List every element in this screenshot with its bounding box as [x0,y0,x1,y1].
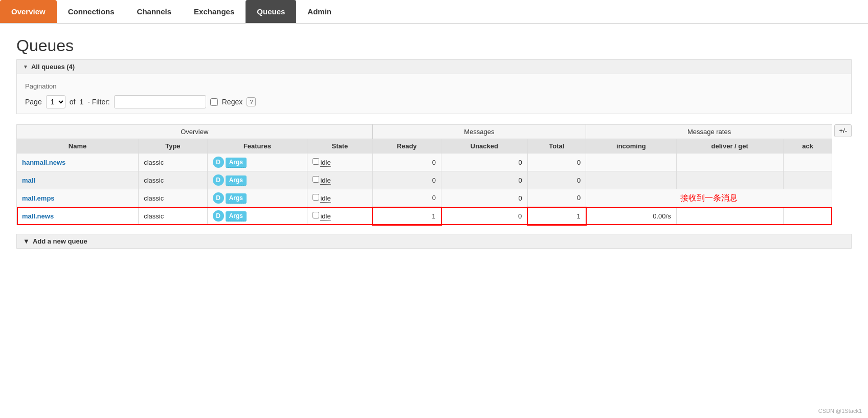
cell-deliver-get [676,153,783,171]
of-text: of [70,98,76,106]
col-state: State [307,139,372,153]
durable-badge: D [213,192,224,204]
args-badge[interactable]: Args [226,211,247,222]
cell-type: classic [139,153,208,171]
args-badge[interactable]: Args [226,193,247,204]
table-row[interactable]: mall.newsclassicDArgsidle1010.00/s [17,207,832,225]
group-header-messages: Messages [372,125,586,139]
cell-features: DArgs [207,171,307,189]
regex-help-badge[interactable]: ? [247,97,256,106]
nav-item-exchanges[interactable]: Exchanges [183,0,246,23]
add-queue-section: ▼ Add a new queue [16,234,852,249]
table-row[interactable]: mall.empsclassicDArgsidle000接收到一条消息 [17,189,832,207]
cell-total: 1 [527,207,586,225]
state-checkbox[interactable] [313,194,319,201]
of-value: 1 [79,98,83,106]
cell-state: idle [307,153,372,171]
cell-unacked: 0 [441,207,528,225]
nav-item-admin[interactable]: Admin [296,0,343,23]
pagination-section: Pagination Page 1 of 1 - Filter: Regex ? [16,74,852,114]
cell-features: DArgs [207,189,307,207]
durable-badge: D [213,174,224,186]
cell-incoming [586,153,677,171]
state-text: idle [320,159,330,167]
col-headers-row: Name Type Features State Ready Unacked T… [17,139,832,153]
col-ack: ack [783,139,832,153]
cell-deliver-get [676,207,783,225]
cell-ack [783,153,832,171]
cell-ready: 0 [372,153,441,171]
queue-name-link[interactable]: hanmall.news [22,159,65,166]
page-text: Page [25,98,42,106]
queues-table-wrapper: Overview Messages Message rates Name Typ… [16,124,832,226]
cell-total: 0 [527,189,586,207]
queue-table-body: hanmall.newsclassicDArgsidle000mallclass… [17,153,832,225]
plus-minus-button[interactable]: +/- [834,124,852,137]
cell-name: mall.news [17,207,139,225]
cell-type: classic [139,189,208,207]
cell-total: 0 [527,171,586,189]
nav-item-channels[interactable]: Channels [126,0,183,23]
args-badge[interactable]: Args [226,158,247,168]
cell-state: idle [307,189,372,207]
nav-item-overview[interactable]: Overview [0,0,57,23]
cell-name: hanmall.news [17,153,139,171]
state-checkbox[interactable] [313,158,319,165]
filter-input[interactable] [114,95,206,108]
state-checkbox[interactable] [313,212,319,218]
cell-state: idle [307,171,372,189]
state-text: idle [320,212,330,221]
cell-deliver-get [676,171,783,189]
cell-state: idle [307,207,372,225]
col-total: Total [527,139,586,153]
nav-item-connections[interactable]: Connections [57,0,126,23]
add-queue-label: Add a new queue [33,237,87,245]
cell-name: mall [17,171,139,189]
all-queues-header[interactable]: ▼ All queues (4) [16,59,852,74]
pagination-label: Pagination [25,82,843,90]
durable-badge: D [213,157,224,168]
col-name: Name [17,139,139,153]
table-area: Overview Messages Message rates Name Typ… [16,124,852,226]
page-title: Queues [16,36,852,55]
page-select[interactable]: 1 [46,95,65,108]
cell-incoming: 接收到一条消息 [586,189,832,207]
group-header-row: Overview Messages Message rates [17,125,832,139]
cell-unacked: 0 [441,171,528,189]
cell-ready: 1 [372,207,441,225]
cell-features: DArgs [207,153,307,171]
table-row[interactable]: mallclassicDArgsidle000 [17,171,832,189]
queues-table: Overview Messages Message rates Name Typ… [16,124,832,226]
cell-total: 0 [527,153,586,171]
add-queue-header[interactable]: ▼ Add a new queue [16,234,852,249]
nav-item-queues[interactable]: Queues [246,0,296,23]
col-unacked: Unacked [441,139,528,153]
queue-name-link[interactable]: mall.news [22,212,54,220]
cell-ready: 0 [372,189,441,207]
col-type: Type [139,139,208,153]
cell-type: classic [139,207,208,225]
cell-ack [783,207,832,225]
top-navigation: Overview Connections Channels Exchanges … [0,0,868,24]
cell-type: classic [139,171,208,189]
group-header-overview: Overview [17,125,373,139]
state-text: idle [320,177,330,185]
queue-name-link[interactable]: mall.emps [22,194,55,202]
regex-label: Regex [222,98,242,106]
cell-unacked: 0 [441,153,528,171]
filter-text: - Filter: [87,98,110,106]
cell-unacked: 0 [441,189,528,207]
regex-checkbox[interactable] [210,98,218,106]
col-incoming: incoming [586,139,677,153]
args-badge[interactable]: Args [226,175,247,186]
queue-name-link[interactable]: mall [22,177,35,184]
cell-ready: 0 [372,171,441,189]
state-checkbox[interactable] [313,176,319,183]
cell-features: DArgs [207,207,307,225]
group-header-message-rates: Message rates [586,125,832,139]
col-features: Features [207,139,307,153]
cell-incoming: 0.00/s [586,207,677,225]
add-queue-arrow-icon: ▼ [23,237,30,245]
annotation-text: 接收到一条消息 [680,193,738,202]
table-row[interactable]: hanmall.newsclassicDArgsidle000 [17,153,832,171]
